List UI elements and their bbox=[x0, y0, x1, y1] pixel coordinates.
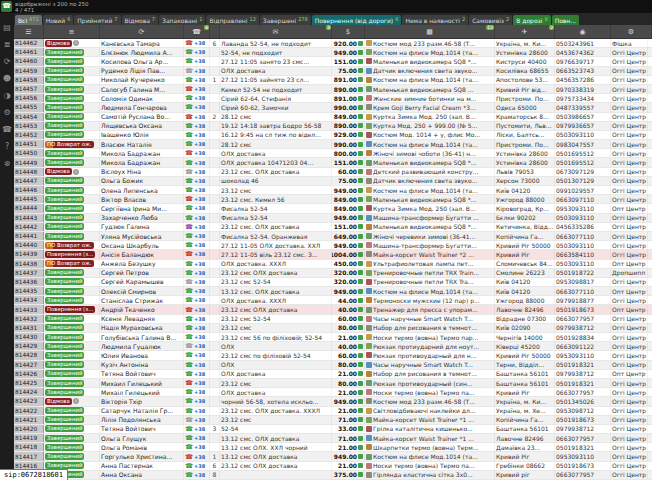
phone-icon[interactable]: ☎ bbox=[185, 250, 193, 258]
stats-icon[interactable]: ◑ bbox=[0, 87, 14, 104]
table-row[interactable]: 814446ЗавершенийОлена Липенська☎+3823.12… bbox=[14, 186, 652, 195]
table-row[interactable]: 814444ЗавершенийСергіївна Ірина Ми...☎+3… bbox=[14, 204, 652, 213]
status-badge[interactable]: Завершений bbox=[45, 352, 84, 359]
status-badge[interactable]: Відмова bbox=[45, 168, 72, 175]
phone-icon[interactable]: ☎ bbox=[185, 149, 193, 157]
phone-icon[interactable]: ☎ bbox=[185, 471, 193, 479]
phone-icon[interactable]: ☎ bbox=[185, 76, 193, 84]
column-header-loc[interactable]: ✈2 bbox=[495, 25, 555, 38]
phone-icon[interactable]: ☎ bbox=[185, 204, 193, 212]
status-badge[interactable]: Завершений bbox=[45, 435, 84, 442]
column-header-prod[interactable]: ▦12 bbox=[365, 25, 495, 38]
status-badge[interactable]: Завершений bbox=[45, 214, 84, 221]
phone-icon[interactable]: ☎ bbox=[185, 370, 193, 378]
phone-icon[interactable]: ☎ bbox=[185, 67, 193, 75]
tab-Самовивіз[interactable]: Самовивіз2 bbox=[469, 15, 512, 25]
table-row[interactable]: 814436ЗавершенийСергей Карамышев☎+3823.1… bbox=[14, 278, 652, 287]
phone-icon[interactable]: ☎ bbox=[185, 186, 193, 194]
status-badge[interactable]: ПО Возврат ож. bbox=[45, 141, 94, 148]
table-row[interactable]: 814431ЗавершенийНадія Мураховська☎+3823.… bbox=[14, 324, 652, 333]
phone-icon[interactable]: ☎ bbox=[185, 443, 193, 451]
phone-icon[interactable]: ☎ bbox=[185, 131, 193, 139]
table-row[interactable]: 814433Повернення (з...Андрій Ткаченко☎+3… bbox=[14, 305, 652, 314]
status-badge[interactable]: Завершений bbox=[45, 67, 84, 74]
table-row[interactable]: 814450ЗавершенийМикола Бадражан☎+38ОЛХ д… bbox=[14, 149, 652, 158]
orders-icon[interactable]: ≣ bbox=[0, 36, 14, 53]
phone-icon[interactable]: ☎ bbox=[185, 416, 193, 424]
column-header-price[interactable]: $ bbox=[332, 25, 365, 38]
column-header-status[interactable]: ≡ bbox=[44, 25, 100, 38]
phone-icon[interactable]: ☎ bbox=[185, 122, 193, 130]
table-row[interactable]: 814428ЗавершенийЮлия Иванова☎+3823.12 см… bbox=[14, 351, 652, 360]
status-badge[interactable]: Відмова bbox=[45, 40, 72, 47]
phone-icon[interactable]: ☎ bbox=[185, 214, 193, 222]
status-badge[interactable]: Повернення (з... bbox=[45, 251, 95, 258]
table-row[interactable]: 814418ЗавершенийОльга Романів☎+3813.12 с… bbox=[14, 443, 652, 452]
table-row[interactable]: 814462ВідмоваiКанєвська Тамара☎+386Лаван… bbox=[14, 39, 652, 48]
phone-icon[interactable]: ☎ bbox=[185, 453, 193, 461]
phone-icon[interactable]: ☎ bbox=[185, 333, 193, 341]
status-badge[interactable]: Завершений bbox=[45, 205, 84, 212]
status-badge[interactable]: Завершений bbox=[45, 343, 84, 350]
status-badge[interactable]: Завершений bbox=[45, 159, 84, 166]
phone-icon[interactable]: ☎ bbox=[185, 407, 193, 415]
phone-icon[interactable]: ☎ bbox=[185, 269, 193, 277]
table-row[interactable]: 814442ЗавершенийГудзюк Галина☎+3823.12 с… bbox=[14, 223, 652, 232]
table-row[interactable]: 814421ЗавершенийЛілія Подолянська☎+3823.… bbox=[14, 416, 652, 425]
table-row[interactable]: 814423ВідмоваiВікторія Тхір☎+38чорний 56… bbox=[14, 397, 652, 406]
phone-icon[interactable]: ☎ bbox=[0, 121, 14, 138]
status-badge[interactable]: Завершений bbox=[45, 131, 84, 138]
table-row[interactable]: 814457ЗавершенийСалогуб Галина М...☎+38К… bbox=[14, 85, 652, 94]
status-badge[interactable]: Завершений bbox=[45, 370, 84, 377]
status-badge[interactable]: Повернення (з... bbox=[45, 306, 95, 313]
table-row[interactable]: 814427ЗавершенийКузіч Антоніна☎+38ОЛХ80.… bbox=[14, 361, 652, 370]
phone-icon[interactable]: ☎ bbox=[185, 379, 193, 387]
phone-icon[interactable]: ☎ bbox=[185, 159, 193, 167]
table-row[interactable]: 814452ЗавершенийІващенко Юлія☎+3816.12 9… bbox=[14, 131, 652, 140]
phone-icon[interactable]: ☎ bbox=[185, 306, 193, 314]
phone-icon[interactable]: ☎ bbox=[185, 232, 193, 240]
table-row[interactable]: 814455ЗавершенийЛюдмила Гончарова☎+38Сір… bbox=[14, 103, 652, 112]
phone-icon[interactable]: ☎ bbox=[185, 140, 193, 148]
tab-В дорозі[interactable]: В дорозі9 bbox=[513, 15, 550, 25]
info-icon[interactable]: i bbox=[73, 169, 79, 175]
table-row[interactable]: 814459ЗавершенийРуденко Лідія Пав...☎+38… bbox=[14, 67, 652, 76]
info-icon[interactable]: i bbox=[73, 398, 79, 404]
phone-icon[interactable]: ☎ bbox=[185, 324, 193, 332]
status-badge[interactable]: Завершений bbox=[45, 104, 84, 111]
status-badge[interactable]: Завершений bbox=[45, 58, 84, 65]
table-row[interactable]: 814437ЗавершенийСергей Петров☎+3823.12 с… bbox=[14, 269, 652, 278]
status-badge[interactable]: Завершений bbox=[45, 278, 84, 285]
tab-Повернення (від дороги)[interactable]: Повернення (від дороги)6 bbox=[312, 15, 402, 25]
phone-icon[interactable]: ☎ bbox=[185, 397, 193, 405]
settings-icon[interactable]: ⚙ bbox=[0, 104, 14, 121]
tab-Відправлені[interactable]: Відправлені12 bbox=[206, 15, 258, 25]
phone-icon[interactable]: ☎ bbox=[185, 39, 193, 47]
status-badge[interactable]: Завершений bbox=[45, 288, 84, 295]
table-row[interactable]: 814458ЗавершенийНиколай Кучеренко☎+38127… bbox=[14, 76, 652, 85]
table-row[interactable]: 814417ЗавершенийГоргулько Христина...☎+3… bbox=[14, 452, 652, 461]
phone-icon[interactable]: ☎ bbox=[185, 351, 193, 359]
table-row[interactable]: 814419ЗавершенийОльга Глущук☎+3813.12 см… bbox=[14, 434, 652, 443]
table-row[interactable]: 814432ЗавершенийКсенія Левадняя☎+3823.12… bbox=[14, 315, 652, 324]
logout-icon[interactable]: ⊗ bbox=[0, 155, 14, 172]
column-header-tel[interactable]: ◉ bbox=[555, 25, 611, 38]
status-badge[interactable]: Завершений bbox=[45, 361, 84, 368]
status-badge[interactable]: Завершений bbox=[45, 407, 84, 414]
status-badge[interactable]: Завершений bbox=[45, 76, 84, 83]
refresh-icon[interactable]: ⟳ bbox=[0, 53, 14, 70]
phone-icon[interactable]: ☎ bbox=[185, 168, 193, 176]
table-row[interactable]: 814429ЗавершенийЛюдмила Гуцалюк☎+38ОЛХ40… bbox=[14, 342, 652, 351]
phone-icon[interactable]: ☎ bbox=[185, 462, 193, 470]
table-row[interactable]: 814447ЗавершенийОльга Божик☎+38шоколад 4… bbox=[14, 177, 652, 186]
status-badge[interactable]: Завершений bbox=[45, 315, 84, 322]
phone-icon[interactable]: ☎ bbox=[185, 223, 193, 231]
status-badge[interactable]: Завершений bbox=[45, 444, 84, 451]
table-row[interactable]: 814416ЗавершенийАнна Пастернак☎+38623.12… bbox=[14, 462, 652, 471]
phone-icon[interactable]: ☎ bbox=[185, 94, 193, 102]
phone-icon[interactable]: ☎ bbox=[185, 57, 193, 65]
tab-Новий[interactable]: Новий6 bbox=[43, 15, 74, 25]
status-badge[interactable]: Завершений bbox=[45, 113, 84, 120]
status-badge[interactable]: Завершений bbox=[45, 86, 84, 93]
phone-icon[interactable]: ☎ bbox=[185, 177, 193, 185]
